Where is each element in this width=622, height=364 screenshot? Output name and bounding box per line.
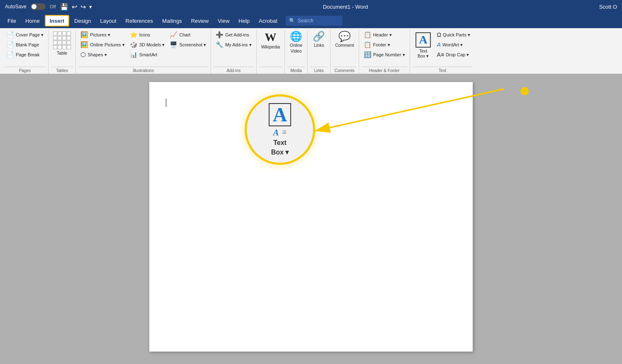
menu-item-references[interactable]: References (121, 15, 157, 27)
yellow-dot-indicator (520, 87, 529, 95)
menu-item-help[interactable]: Help (234, 15, 254, 27)
save-icon[interactable]: 💾 (60, 3, 68, 11)
table-label: Table (57, 51, 67, 56)
smartart-icon: 📊 (130, 51, 138, 58)
header-footer-buttons: 📋 Header ▾ 📋 Footer ▾ 🔢 Page Number ▾ (362, 30, 407, 66)
links-label: Links (314, 43, 324, 48)
3d-models-button[interactable]: 🎲 3D Models ▾ (128, 40, 167, 50)
pictures-label: Pictures ▾ (90, 32, 110, 38)
3d-models-icon: 🎲 (130, 41, 138, 48)
table-button[interactable]: Table (51, 30, 73, 58)
menu-item-file[interactable]: File (3, 15, 20, 27)
text-box-button[interactable]: A TextBox ▾ (413, 30, 434, 61)
header-label: Header ▾ (373, 32, 392, 38)
menu-item-layout[interactable]: Layout (96, 15, 121, 27)
page-break-label: Page Break (16, 52, 39, 57)
wordart-button[interactable]: A WordArt ▾ (435, 40, 472, 50)
autosave-toggle[interactable] (31, 3, 46, 10)
blank-page-button[interactable]: 📄 Blank Page (4, 40, 46, 50)
addins-buttons: ➕ Get Add-ins 🔧 My Add-ins ▾ (214, 30, 253, 66)
comments-group-label: Comments (333, 67, 356, 74)
wikipedia-button[interactable]: W Wikipedia (259, 30, 282, 52)
autosave-off-label: Off (50, 4, 56, 9)
quick-parts-button[interactable]: Ω Quick Parts ▾ (435, 30, 472, 40)
annotation-small-icons: A ≡ (273, 128, 287, 137)
links-group-label: Links (310, 67, 328, 74)
pictures-icon: 🖼️ (80, 31, 88, 39)
illustrations-buttons: 🖼️ Pictures ▾ 🖼️ Online Pictures ▾ ⬡ Sha… (78, 30, 208, 66)
page-break-icon: 📄 (6, 51, 14, 58)
text-col2: Ω Quick Parts ▾ A WordArt ▾ A≡ Drop Cap … (435, 30, 472, 60)
my-addins-label: My Add-ins ▾ (225, 42, 251, 48)
ribbon-group-media: 🌐 OnlineVideo Media (285, 30, 308, 74)
pictures-button[interactable]: 🖼️ Pictures ▾ (78, 30, 127, 40)
redo-icon[interactable]: ↪ (80, 3, 86, 11)
customize-icon[interactable]: ▾ (89, 4, 92, 10)
cover-page-icon: 📄 (6, 31, 14, 39)
chart-button[interactable]: 📈 Chart (168, 30, 208, 40)
ribbon-group-wikipedia: W Wikipedia (257, 30, 285, 74)
wordart-label: WordArt ▾ (442, 42, 463, 48)
links-button[interactable]: 🔗 Links (310, 30, 328, 50)
pages-col: 📄 Cover Page ▾ 📄 Blank Page 📄 Page Break (4, 30, 46, 60)
online-video-icon: 🌐 (290, 31, 302, 41)
menu-item-design[interactable]: Design (70, 15, 95, 27)
tables-group-label: Tables (51, 67, 73, 74)
menu-item-insert[interactable]: Insert (45, 15, 69, 27)
illus-col2: ⭐ Icons 🎲 3D Models ▾ 📊 SmartArt (128, 30, 167, 60)
icons-label: Icons (139, 32, 150, 37)
page-number-button[interactable]: 🔢 Page Number ▾ (362, 50, 407, 60)
shapes-button[interactable]: ⬡ Shapes ▾ (78, 50, 127, 60)
footer-icon: 📋 (364, 41, 372, 48)
user-name: Scott O (599, 4, 617, 10)
wikipedia-icon: W (265, 31, 276, 43)
online-pictures-button[interactable]: 🖼️ Online Pictures ▾ (78, 40, 127, 50)
quick-parts-label: Quick Parts ▾ (443, 32, 470, 38)
footer-button[interactable]: 📋 Footer ▾ (362, 40, 407, 50)
get-addins-button[interactable]: ➕ Get Add-ins (214, 30, 253, 40)
smartart-button[interactable]: 📊 SmartArt (128, 50, 167, 60)
autosave-label: AutoSave (5, 4, 27, 10)
cover-page-label: Cover Page ▾ (16, 32, 44, 38)
comment-button[interactable]: 💬 Comment (333, 30, 356, 50)
comment-icon: 💬 (338, 31, 351, 41)
ribbon: 📄 Cover Page ▾ 📄 Blank Page 📄 Page Break… (0, 28, 622, 74)
document-area: A A ≡ Text Box ▾ (0, 74, 622, 360)
screenshot-label: Screenshot ▾ (179, 42, 206, 48)
online-video-button[interactable]: 🌐 OnlineVideo (287, 30, 305, 55)
ribbon-group-illustrations: 🖼️ Pictures ▾ 🖼️ Online Pictures ▾ ⬡ Sha… (76, 30, 211, 74)
get-addins-label: Get Add-ins (225, 32, 249, 37)
drop-cap-button[interactable]: A≡ Drop Cap ▾ (435, 50, 472, 60)
shapes-label: Shapes ▾ (87, 52, 107, 58)
smartart-label: SmartArt (139, 52, 157, 57)
ribbon-section: 📄 Cover Page ▾ 📄 Blank Page 📄 Page Break… (0, 28, 622, 74)
illus-col1: 🖼️ Pictures ▾ 🖼️ Online Pictures ▾ ⬡ Sha… (78, 30, 127, 60)
search-box[interactable]: 🔍 (286, 16, 343, 26)
my-addins-button[interactable]: 🔧 My Add-ins ▾ (214, 40, 253, 50)
menu-item-mailings[interactable]: Mailings (158, 15, 186, 27)
menu-item-view[interactable]: View (214, 15, 233, 27)
illus-col3: 📈 Chart 🖥️ Screenshot ▾ (168, 30, 208, 50)
media-buttons: 🌐 OnlineVideo (287, 30, 305, 66)
search-input[interactable] (298, 18, 339, 24)
drop-cap-label: Drop Cap ▾ (446, 52, 469, 58)
page-break-button[interactable]: 📄 Page Break (4, 50, 46, 60)
shapes-icon: ⬡ (80, 51, 86, 58)
menu-item-review[interactable]: Review (187, 15, 213, 27)
my-addins-icon: 🔧 (216, 41, 224, 48)
title-bar: AutoSave Off 💾 ↩ ↪ ▾ Document1 - Word Sc… (0, 0, 622, 13)
search-icon: 🔍 (289, 18, 295, 24)
undo-icon[interactable]: ↩ (72, 3, 77, 11)
comment-label: Comment (335, 43, 354, 48)
icons-button[interactable]: ⭐ Icons (128, 30, 167, 40)
screenshot-button[interactable]: 🖥️ Screenshot ▾ (168, 40, 208, 50)
menu-item-home[interactable]: Home (21, 15, 44, 27)
addins-col: ➕ Get Add-ins 🔧 My Add-ins ▾ (214, 30, 253, 50)
header-button[interactable]: 📋 Header ▾ (362, 30, 407, 40)
cover-page-button[interactable]: 📄 Cover Page ▾ (4, 30, 46, 40)
menu-item-acrobat[interactable]: Acrobat (255, 15, 282, 27)
wikipedia-label: Wikipedia (261, 44, 280, 50)
ribbon-group-addins: ➕ Get Add-ins 🔧 My Add-ins ▾ Add-ins (211, 30, 256, 74)
quick-parts-icon: Ω (437, 31, 441, 38)
annotation-label: Text (273, 139, 287, 147)
